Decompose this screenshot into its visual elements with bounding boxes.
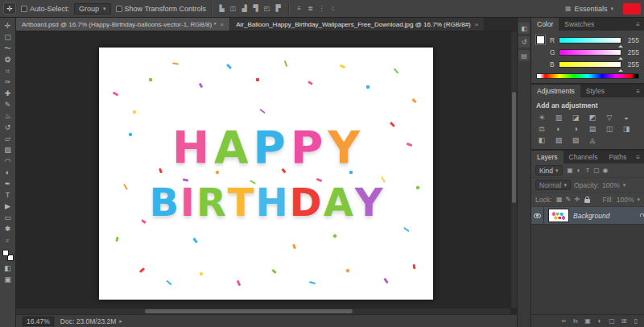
align-left-edges-icon[interactable]: ▙ — [217, 4, 227, 14]
new-adjustment-layer-icon[interactable]: ◐ — [596, 317, 604, 326]
layer-name[interactable]: Background — [573, 212, 639, 220]
align-horizontal-centers-icon[interactable]: ◫ — [228, 4, 238, 14]
hue-saturation-icon[interactable]: ◒ — [621, 113, 632, 122]
foreground-background-swatches[interactable] — [2, 250, 14, 261]
brightness-contrast-icon[interactable]: ☀ — [536, 113, 547, 122]
auto-select-checkbox[interactable]: Auto-Select: — [21, 5, 69, 13]
lock-position-icon[interactable]: ✛ — [572, 195, 581, 205]
marquee-tool[interactable]: ▢ — [2, 31, 14, 43]
path-selection-tool[interactable]: ▶ — [2, 201, 14, 212]
eyedropper-tool[interactable]: ✑ — [2, 77, 14, 88]
blend-mode-dropdown[interactable]: Normal ▾ — [535, 180, 571, 190]
lock-all-icon[interactable] — [584, 199, 590, 203]
lasso-tool[interactable]: 〜 — [2, 43, 14, 54]
channel-value[interactable]: 255 — [625, 60, 639, 68]
delete-layer-icon[interactable]: ▯ — [632, 317, 640, 326]
slider-thumb-icon[interactable] — [618, 55, 623, 60]
scrollbar-thumb[interactable] — [512, 92, 516, 202]
align-right-edges-icon[interactable]: ▟ — [239, 4, 250, 14]
history-brush-tool[interactable]: ↺ — [2, 122, 14, 133]
quick-selection-tool[interactable]: ❂ — [2, 54, 14, 65]
distribute-left-icon[interactable]: ⋮ — [316, 4, 327, 14]
open-document[interactable]: HAPPY BIRTHDAY — [99, 48, 433, 300]
exposure-icon[interactable]: ◩ — [587, 113, 598, 122]
gradient-map-icon[interactable]: ▨ — [570, 135, 581, 145]
scrollbar-thumb[interactable] — [145, 309, 353, 313]
tab-layers[interactable]: Layers — [531, 151, 564, 164]
slider-thumb-icon[interactable] — [618, 67, 623, 72]
channel-mixer-icon[interactable]: ▤ — [587, 124, 598, 134]
vibrance-icon[interactable]: ▽ — [604, 113, 615, 122]
blur-tool[interactable]: ◠ — [2, 155, 14, 167]
channel-value[interactable]: 255 — [625, 48, 639, 56]
distribute-top-icon[interactable]: ≡ — [294, 4, 304, 14]
photo-filter-icon[interactable]: ◑ — [570, 124, 581, 134]
filter-kind-dropdown[interactable]: Kind ▾ — [535, 165, 563, 176]
record-indicator[interactable] — [623, 3, 641, 14]
panel-menu-icon[interactable]: ≡ — [632, 151, 644, 164]
color-lookup-icon[interactable]: ◫ — [604, 124, 615, 134]
brush-tool[interactable]: ✎ — [2, 99, 14, 110]
properties-panel-icon[interactable]: ◧ — [518, 23, 530, 34]
layer-thumbnail[interactable] — [548, 209, 569, 222]
black-white-icon[interactable]: ◐ — [553, 124, 564, 134]
lock-image-icon[interactable]: ✎ — [564, 195, 572, 205]
tab-air-balloon-jpg[interactable]: Air_Balloon_Happy_Birthday_Wallpapers_Fr… — [230, 18, 485, 31]
gradient-tool[interactable]: ▨ — [2, 144, 14, 155]
close-tab-icon[interactable]: × — [475, 21, 479, 28]
eraser-tool[interactable]: ▱ — [2, 133, 14, 144]
distribute-horizontal-icon[interactable]: ⁞ — [328, 4, 338, 14]
layer-row-background[interactable]: Background — [531, 207, 644, 225]
crop-tool[interactable]: ⌗ — [2, 65, 14, 77]
move-tool[interactable]: ✛ — [2, 20, 14, 31]
foreground-color-swatch[interactable] — [536, 35, 545, 44]
visibility-toggle[interactable] — [531, 207, 544, 224]
panel-menu-icon[interactable]: ≡ — [632, 18, 644, 31]
tab-swatches[interactable]: Swatches — [559, 18, 600, 31]
tab-channels[interactable]: Channels — [564, 151, 604, 164]
healing-brush-tool[interactable]: ✚ — [2, 88, 14, 99]
add-layer-mask-icon[interactable]: ▣ — [584, 317, 592, 326]
channel-slider[interactable] — [559, 49, 621, 56]
fill-value[interactable]: 100% — [617, 196, 634, 204]
auto-select-group-dropdown[interactable]: Group ▾ — [74, 3, 111, 14]
selective-color-icon[interactable]: ◬ — [587, 135, 598, 145]
history-panel-icon[interactable]: ↺ — [518, 36, 530, 48]
slider-thumb-icon[interactable] — [618, 43, 623, 48]
screen-mode-icon[interactable]: ▣ — [2, 274, 14, 285]
shape-tool[interactable]: ▭ — [2, 212, 14, 223]
filter-pixel-layers-icon[interactable]: ▣ — [566, 166, 575, 176]
panel-menu-icon[interactable]: ≡ — [632, 85, 644, 97]
opacity-value[interactable]: 100% — [602, 181, 620, 189]
new-group-icon[interactable]: ▢ — [608, 317, 616, 326]
distribute-vertical-icon[interactable]: ≣ — [305, 4, 316, 14]
channel-value[interactable]: 255 — [625, 36, 639, 44]
type-tool[interactable]: T — [2, 189, 14, 201]
align-bottom-edges-icon[interactable]: ▛ — [273, 4, 283, 14]
color-spectrum-ramp[interactable] — [536, 73, 639, 79]
color-balance-icon[interactable]: ⚖ — [536, 124, 547, 134]
clone-stamp-tool[interactable]: ♨ — [2, 110, 14, 122]
show-transform-controls-checkbox[interactable]: Show Transform Controls — [116, 5, 207, 13]
zoom-tool[interactable]: ⌕ — [2, 234, 14, 246]
align-top-edges-icon[interactable]: ▜ — [250, 4, 261, 14]
vertical-scrollbar[interactable] — [510, 31, 517, 308]
tab-paths[interactable]: Paths — [603, 151, 632, 164]
tab-color[interactable]: Color — [531, 18, 559, 31]
filter-shape-layers-icon[interactable]: ▢ — [592, 166, 601, 176]
workspace-switcher[interactable]: ▦ Essentials ▾ — [560, 5, 618, 13]
zoom-level-field[interactable]: 16.47% — [23, 317, 54, 326]
filter-smart-objects-icon[interactable]: ◉ — [601, 166, 610, 176]
close-tab-icon[interactable]: × — [221, 21, 225, 28]
document-size-info[interactable]: Doc: 23.0M/23.2M ▸ — [60, 317, 122, 325]
filter-adjustment-layers-icon[interactable]: ◐ — [575, 166, 584, 176]
pen-tool[interactable]: ✒ — [2, 178, 14, 189]
hand-tool[interactable]: ✱ — [2, 223, 14, 234]
tab-styles[interactable]: Styles — [580, 85, 610, 97]
quick-mask-icon[interactable]: ◧ — [2, 263, 14, 274]
tab-adjustments[interactable]: Adjustments — [531, 85, 580, 97]
active-tool-icon[interactable]: ✛ — [3, 2, 16, 14]
threshold-icon[interactable]: ▧ — [553, 135, 564, 145]
channel-slider[interactable] — [559, 37, 621, 43]
link-layers-icon[interactable]: ∞ — [559, 317, 568, 326]
